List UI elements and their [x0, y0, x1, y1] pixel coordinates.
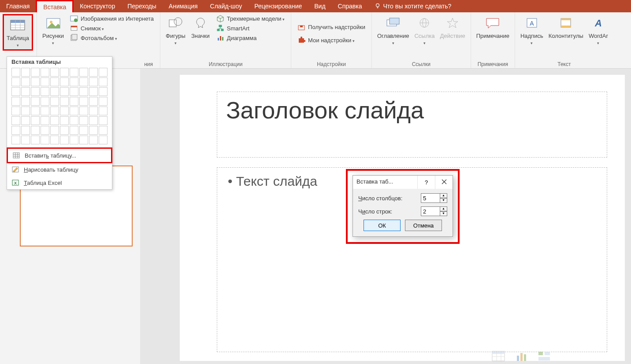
grid-cell[interactable] — [70, 107, 78, 115]
grid-cell[interactable] — [41, 126, 49, 135]
photo-album-button[interactable]: Фотоальбом — [68, 33, 156, 42]
grid-cell[interactable] — [11, 126, 20, 135]
dialog-help-button[interactable]: ? — [417, 176, 435, 189]
grid-cell[interactable] — [60, 107, 69, 115]
grid-cell[interactable] — [50, 126, 59, 135]
grid-cell[interactable] — [11, 107, 20, 115]
tab-transitions[interactable]: Переходы — [121, 0, 163, 12]
grid-cell[interactable] — [70, 136, 78, 144]
comment-button[interactable]: Примечание — [474, 13, 512, 41]
grid-cell[interactable] — [11, 77, 20, 86]
grid-cell[interactable] — [21, 68, 30, 77]
grid-cell[interactable] — [21, 97, 30, 106]
insert-table-icon[interactable] — [489, 347, 508, 364]
shapes-button[interactable]: Фигуры — [163, 13, 188, 47]
grid-cell[interactable] — [21, 107, 30, 115]
grid-cell[interactable] — [60, 87, 69, 96]
grid-cell[interactable] — [50, 68, 59, 77]
tab-review[interactable]: Рецензирование — [248, 0, 308, 12]
grid-cell[interactable] — [70, 68, 78, 77]
dialog-titlebar[interactable]: Вставка таб... ? — [353, 176, 453, 189]
pictures-button[interactable]: Рисунки — [40, 13, 67, 47]
grid-cell[interactable] — [60, 68, 69, 77]
online-pictures-button[interactable]: Изображения из Интернета — [68, 14, 156, 23]
grid-cell[interactable] — [50, 116, 59, 125]
title-placeholder[interactable]: Заголовок слайда — [217, 92, 607, 158]
grid-cell[interactable] — [89, 97, 98, 106]
excel-table-menu-item[interactable]: X Таблица Excel — [7, 176, 112, 189]
tab-insert[interactable]: Вставка — [36, 0, 74, 12]
headerfooter-button[interactable]: Колонтитулы — [546, 13, 586, 41]
tab-animations[interactable]: Анимация — [163, 0, 204, 12]
screenshot-button[interactable]: Снимок — [68, 24, 156, 33]
grid-cell[interactable] — [89, 126, 98, 135]
grid-cell[interactable] — [21, 136, 30, 144]
grid-cell[interactable] — [99, 87, 108, 96]
grid-cell[interactable] — [50, 136, 59, 144]
3d-models-button[interactable]: Трехмерные модели — [215, 14, 286, 23]
grid-cell[interactable] — [11, 87, 20, 96]
grid-cell[interactable] — [41, 68, 49, 77]
grid-cell[interactable] — [70, 97, 78, 106]
grid-cell[interactable] — [50, 97, 59, 106]
action-button[interactable]: Действие — [438, 13, 468, 41]
rows-down-button[interactable]: ▼ — [440, 211, 447, 216]
grid-cell[interactable] — [41, 116, 49, 125]
grid-cell[interactable] — [31, 97, 40, 106]
icons-button[interactable]: Значки — [188, 13, 213, 41]
draw-table-menu-item[interactable]: Нарисовать таблицу — [7, 163, 112, 176]
grid-cell[interactable] — [79, 97, 88, 106]
grid-cell[interactable] — [79, 68, 88, 77]
rows-input[interactable] — [421, 206, 440, 216]
table-grid-picker[interactable] — [7, 68, 112, 148]
tab-view[interactable]: Вид — [308, 0, 331, 12]
grid-cell[interactable] — [60, 126, 69, 135]
grid-cell[interactable] — [60, 97, 69, 106]
grid-cell[interactable] — [99, 77, 108, 86]
grid-cell[interactable] — [79, 126, 88, 135]
insert-chart-icon[interactable] — [512, 347, 531, 364]
grid-cell[interactable] — [31, 68, 40, 77]
tab-help[interactable]: Справка — [332, 0, 368, 12]
rows-spinner[interactable]: ▲ ▼ — [421, 206, 447, 216]
wordart-button[interactable]: A WordAr — [586, 13, 611, 47]
dialog-close-button[interactable] — [435, 176, 453, 189]
tab-home[interactable]: Главная — [0, 0, 36, 12]
rows-up-button[interactable]: ▲ — [440, 206, 447, 211]
grid-cell[interactable] — [60, 136, 69, 144]
columns-up-button[interactable]: ▲ — [440, 193, 447, 198]
grid-cell[interactable] — [11, 68, 20, 77]
grid-cell[interactable] — [89, 107, 98, 115]
grid-cell[interactable] — [31, 87, 40, 96]
grid-cell[interactable] — [41, 77, 49, 86]
grid-cell[interactable] — [79, 136, 88, 144]
grid-cell[interactable] — [89, 77, 98, 86]
grid-cell[interactable] — [31, 77, 40, 86]
grid-cell[interactable] — [89, 116, 98, 125]
grid-cell[interactable] — [99, 68, 108, 77]
grid-cell[interactable] — [70, 126, 78, 135]
grid-cell[interactable] — [99, 126, 108, 135]
my-addins-button[interactable]: Мои надстройки — [296, 36, 367, 44]
grid-cell[interactable] — [41, 107, 49, 115]
grid-cell[interactable] — [70, 77, 78, 86]
tab-design[interactable]: Конструктор — [74, 0, 121, 12]
table-button[interactable]: Таблица — [4, 15, 32, 49]
grid-cell[interactable] — [79, 77, 88, 86]
textbox-button[interactable]: A Надпись — [518, 13, 546, 47]
grid-cell[interactable] — [99, 116, 108, 125]
cancel-button[interactable]: Отмена — [405, 220, 442, 231]
grid-cell[interactable] — [11, 116, 20, 125]
grid-cell[interactable] — [50, 107, 59, 115]
grid-cell[interactable] — [41, 87, 49, 96]
grid-cell[interactable] — [89, 68, 98, 77]
grid-cell[interactable] — [79, 87, 88, 96]
grid-cell[interactable] — [21, 87, 30, 96]
grid-cell[interactable] — [31, 136, 40, 144]
grid-cell[interactable] — [60, 77, 69, 86]
grid-cell[interactable] — [41, 97, 49, 106]
grid-cell[interactable] — [99, 107, 108, 115]
tab-tell-me[interactable]: Что вы хотите сделать? — [368, 0, 458, 12]
grid-cell[interactable] — [99, 136, 108, 144]
grid-cell[interactable] — [31, 107, 40, 115]
